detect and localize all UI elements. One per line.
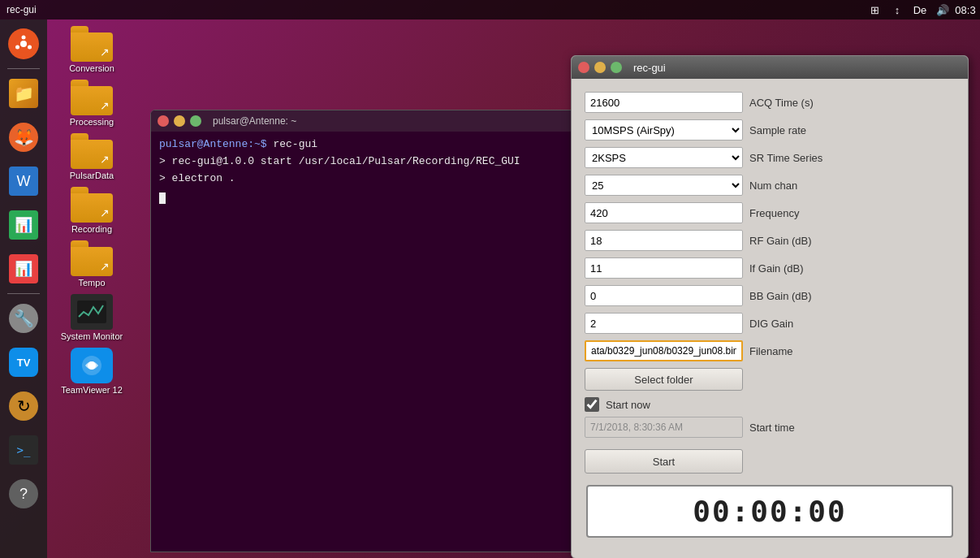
rf-gain-label: RF Gain (dB) [749, 235, 839, 247]
impress-icon: 📊 [9, 254, 38, 283]
recgui-row-sr-time-series: 2KSPS 4KSPS 8KSPS SR Time Series [585, 147, 955, 168]
start-button[interactable]: Start [585, 449, 743, 474]
language-icon[interactable]: De [912, 2, 928, 18]
sidebar-divider-1 [7, 68, 40, 69]
teamviewer12-label: TeamViewer 12 [61, 385, 123, 395]
sr-time-series-select[interactable]: 2KSPS 4KSPS 8KSPS [585, 147, 743, 168]
terminal-output-3: > electron . [159, 172, 235, 184]
recgui-max-btn[interactable] [611, 62, 622, 73]
sidebar-divider-2 [7, 293, 40, 294]
files-icon: 📁 [9, 79, 38, 108]
rf-gain-input[interactable] [585, 230, 743, 251]
terminal-line-3: > electron . [159, 171, 580, 188]
clock: 08:3 [957, 2, 974, 18]
recgui-row-rf-gain: RF Gain (dB) [585, 230, 955, 251]
taskbar-right: ⊞ ↕ De 🔊 08:3 [866, 2, 974, 18]
terminal-line-2: > rec-gui@1.0.0 start /usr/local/Pulsar/… [159, 154, 580, 171]
terminal-dock-icon: >_ [9, 435, 38, 465]
desktop-icon-conversion[interactable]: ↗ Conversion [55, 23, 128, 76]
terminal-close-btn[interactable] [158, 115, 169, 127]
tempo-folder-icon: ↗ [71, 240, 113, 276]
svg-rect-5 [77, 301, 106, 323]
desktop-icon-tempo[interactable]: ↗ Tempo [55, 237, 128, 291]
desktop-icon-pulsardata[interactable]: ↗ PulsarData [55, 130, 128, 184]
frequency-input[interactable] [585, 202, 743, 223]
recgui-min-btn[interactable] [594, 62, 606, 73]
bb-gain-input[interactable] [585, 285, 743, 306]
recgui-title: rec-gui [633, 62, 666, 74]
select-folder-button[interactable]: Select folder [585, 368, 743, 391]
sidebar-item-terminal[interactable]: >_ [2, 429, 45, 471]
if-gain-label: If Gain (dB) [749, 262, 839, 275]
dig-gain-input[interactable] [585, 313, 743, 334]
volume-icon[interactable]: 🔊 [935, 2, 951, 18]
sidebar-item-settings[interactable]: 🔧 [2, 297, 45, 340]
terminal-body[interactable]: pulsar@Antenne:~$ rec-gui > rec-gui@1.0.… [151, 132, 588, 552]
settings-icon: 🔧 [9, 304, 38, 333]
ubuntu-icon [8, 28, 39, 59]
recording-folder-icon: ↗ [71, 187, 113, 223]
sidebar-item-writer[interactable]: W [2, 160, 45, 202]
recgui-row-start-now: Start now [585, 397, 955, 412]
sidebar-item-teamviewer-dock[interactable]: TV [2, 341, 45, 383]
terminal-window: pulsar@Antenne: ~ pulsar@Antenne:~$ rec-… [150, 110, 589, 552]
desktop-icons-area: ↗ Conversion ↗ Processing ↗ PulsarData ↗… [55, 23, 128, 398]
terminal-title: pulsar@Antenne: ~ [213, 115, 296, 127]
firefox-icon: 🦊 [9, 123, 38, 152]
filename-input[interactable] [585, 340, 743, 361]
terminal-cmd-1: rec-gui [273, 138, 317, 150]
desktop-icon-teamviewer12[interactable]: TeamViewer 12 [55, 344, 128, 398]
acq-time-input[interactable] [585, 92, 743, 113]
tempo-label: Tempo [78, 278, 105, 288]
sample-rate-select[interactable]: 10MSPS (AirSpy) 2.5MSPS (AirSpy) 3MSPS (… [585, 119, 743, 141]
svg-point-4 [15, 45, 19, 50]
if-gain-input[interactable] [585, 257, 743, 279]
help-icon: ? [9, 479, 38, 508]
terminal-min-btn[interactable] [174, 115, 185, 127]
desktop-icon-processing[interactable]: ↗ Processing [55, 76, 128, 130]
recgui-titlebar: rec-gui [572, 56, 968, 79]
processing-folder-icon: ↗ [71, 80, 113, 115]
desktop-icon-recording[interactable]: ↗ Recording [55, 184, 128, 237]
dig-gain-label: DIG Gain [749, 318, 839, 330]
start-time-input[interactable] [585, 417, 743, 438]
taskbar-left: rec-gui [6, 4, 37, 15]
network-icon[interactable]: ↕ [889, 2, 905, 18]
svg-point-1 [20, 41, 27, 47]
sample-rate-label: Sample rate [749, 124, 839, 136]
terminal-output-2: > rec-gui@1.0.0 start /usr/local/Pulsar/… [159, 155, 520, 167]
recgui-row-filename: Filename [585, 340, 955, 361]
recgui-row-if-gain: If Gain (dB) [585, 257, 955, 279]
frequency-label: Frequency [749, 207, 839, 219]
taskbar-appname: rec-gui [6, 4, 37, 15]
sidebar-item-calc[interactable]: 📊 [2, 204, 45, 246]
sidebar-item-update[interactable]: ↻ [2, 385, 45, 427]
calc-icon: 📊 [9, 210, 38, 240]
sidebar-item-files[interactable]: 📁 [2, 72, 45, 115]
sr-time-series-label: SR Time Series [749, 152, 839, 164]
system-monitor-icon [71, 294, 113, 330]
recgui-timer: 00:00:00 [586, 485, 953, 538]
sidebar-item-impress[interactable]: 📊 [2, 248, 45, 290]
sidebar-item-help[interactable]: ? [2, 473, 45, 515]
svg-point-7 [88, 361, 96, 370]
keyboard-icon[interactable]: ⊞ [866, 2, 883, 18]
sidebar-item-firefox[interactable]: 🦊 [2, 116, 45, 158]
recgui-row-sample-rate: 10MSPS (AirSpy) 2.5MSPS (AirSpy) 3MSPS (… [585, 119, 955, 141]
svg-point-3 [28, 45, 32, 50]
terminal-cursor-line [159, 187, 580, 204]
recgui-body: ACQ Time (s) 10MSPS (AirSpy) 2.5MSPS (Ai… [572, 79, 968, 551]
desktop-icon-system-monitor[interactable]: System Monitor [55, 291, 128, 344]
num-chan-select[interactable]: 25 50 100 [585, 175, 743, 196]
recgui-row-frequency: Frequency [585, 202, 955, 223]
teamviewer12-icon [71, 348, 113, 383]
terminal-max-btn[interactable] [190, 115, 201, 127]
start-now-label: Start now [606, 399, 695, 411]
sidebar-item-ubuntu[interactable] [2, 23, 45, 65]
num-chan-label: Num chan [749, 180, 839, 192]
start-now-checkbox[interactable] [585, 397, 599, 412]
writer-icon: W [9, 167, 38, 196]
recgui-close-btn[interactable] [578, 62, 589, 73]
conversion-label: Conversion [69, 63, 114, 73]
pulsardata-folder-icon: ↗ [71, 133, 113, 169]
